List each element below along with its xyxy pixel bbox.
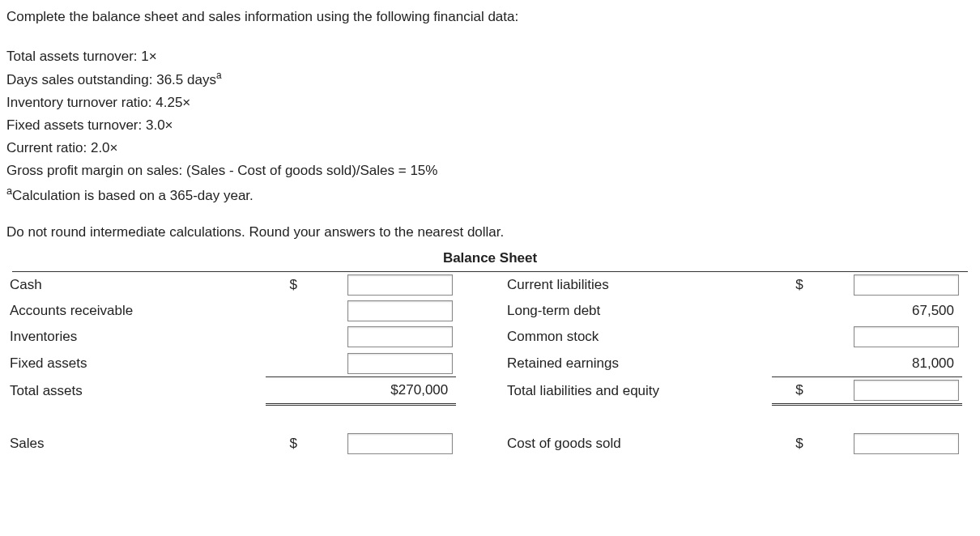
label-total-assets: Total assets	[6, 377, 266, 405]
label-cogs: Cost of goods sold	[504, 431, 772, 457]
data-line-total-assets-turnover: Total assets turnover: 1×	[6, 45, 974, 68]
data-line-dso: Days sales outstanding: 36.5 daysa	[6, 68, 974, 91]
label-retained-earnings: Retained earnings	[504, 351, 772, 377]
label-inventories: Inventories	[6, 324, 266, 350]
label-total-liabilities-equity: Total liabilities and equity	[504, 377, 772, 405]
currency-symbol: $	[266, 431, 300, 457]
value-retained-earnings: 81,000	[854, 353, 959, 374]
input-cash[interactable]	[347, 274, 453, 296]
input-cogs[interactable]	[854, 433, 959, 454]
label-sales: Sales	[6, 431, 266, 457]
footnote: aCalculation is based on a 365-day year.	[6, 182, 974, 207]
currency-symbol: $	[266, 272, 300, 298]
balance-sheet-title: Balance Sheet	[12, 248, 968, 271]
value-long-term-debt: 67,500	[854, 300, 959, 321]
input-inventories[interactable]	[347, 326, 453, 347]
input-current-liabilities[interactable]	[854, 274, 959, 296]
data-line-gross-profit-margin: Gross profit margin on sales: (Sales - C…	[6, 160, 974, 182]
currency-symbol: $	[772, 272, 807, 298]
rounding-instruction: Do not round intermediate calculations. …	[6, 222, 974, 243]
label-common-stock: Common stock	[504, 324, 772, 350]
problem-intro: Complete the balance sheet and sales inf…	[6, 6, 974, 28]
input-common-stock[interactable]	[854, 326, 959, 347]
data-line-fixed-assets-turnover: Fixed assets turnover: 3.0×	[6, 114, 974, 137]
input-fixed-assets[interactable]	[347, 353, 453, 374]
value-total-assets: $270,000	[347, 380, 453, 401]
label-fixed-assets: Fixed assets	[6, 351, 266, 377]
balance-sheet-table: Cash $ Current liabilities $ Accounts re…	[6, 272, 962, 457]
label-current-liabilities: Current liabilities	[504, 272, 772, 298]
label-cash: Cash	[6, 272, 266, 298]
data-line-inventory-turnover: Inventory turnover ratio: 4.25×	[6, 91, 974, 114]
label-long-term-debt: Long-term debt	[504, 298, 772, 324]
input-accounts-receivable[interactable]	[347, 300, 453, 321]
label-accounts-receivable: Accounts receivable	[6, 298, 266, 324]
data-line-current-ratio: Current ratio: 2.0×	[6, 137, 974, 160]
input-total-liabilities-equity[interactable]	[854, 380, 959, 401]
currency-symbol: $	[772, 431, 807, 457]
input-sales[interactable]	[347, 433, 453, 454]
currency-symbol: $	[772, 377, 807, 405]
financial-data-list: Total assets turnover: 1× Days sales out…	[6, 45, 974, 207]
